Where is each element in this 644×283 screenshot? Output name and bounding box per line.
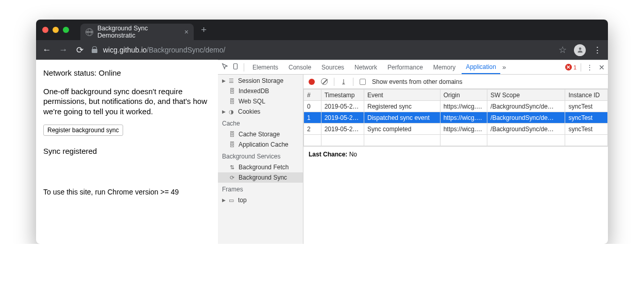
minimize-window-button[interactable] [53,27,59,33]
table-cell: 0 [304,101,321,112]
tab-performance[interactable]: Performance [383,61,427,74]
url-display[interactable]: wicg.github.io/BackgroundSync/demo/ [103,46,225,54]
table-header-row: # Timestamp Event Origin SW Scope Instan… [304,90,608,101]
tab-network[interactable]: Network [350,61,381,74]
sidebar-item-frame-top[interactable]: ▶▭top [218,195,303,205]
table-cell: Sync completed [364,123,440,135]
bookmark-button[interactable]: ☆ [558,44,567,56]
error-badge[interactable]: ✕ 1 [565,64,577,70]
browser-tab[interactable]: Background Sync Demonstratic × [80,24,194,40]
col-origin[interactable]: Origin [440,90,487,101]
table-cell: syncTest [565,123,608,135]
sidebar-group-bg-services: Background Services [218,150,303,162]
error-icon: ✕ [565,64,572,70]
event-details: Last Chance: No [303,146,608,162]
tab-title: Background Sync Demonstratic [97,25,180,39]
tab-application[interactable]: Application [462,60,500,74]
sidebar-item-background-sync[interactable]: ⟳Background Sync [218,172,303,183]
show-other-label: Show events from other domains [372,78,462,85]
sidebar-item-background-fetch[interactable]: ⇅Background Fetch [218,162,303,172]
url-path: /BackgroundSync/demo/ [147,46,226,54]
database-icon: 🗄 [228,98,235,104]
database-icon: 🗄 [228,142,235,148]
page-footer: To use this site, run Chrome version >= … [43,187,211,197]
tab-sources[interactable]: Sources [317,61,348,74]
devtools-body: ▶☰Session Storage 🗄IndexedDB 🗄Web SQL ▶◑… [218,75,608,244]
cookie-icon: ◑ [228,109,235,115]
download-button[interactable]: ⤓ [341,78,347,86]
col-event[interactable]: Event [364,90,440,101]
table-cell: /BackgroundSync/de… [487,112,565,123]
window-controls [42,27,69,33]
col-timestamp[interactable]: Timestamp [321,90,364,101]
clear-button[interactable] [321,78,328,85]
detail-value: No [349,151,357,158]
sync-result: Sync registered [43,146,211,156]
sidebar-group-cache: Cache [218,117,303,129]
titlebar: Background Sync Demonstratic × + [36,20,608,40]
devtools-tabbar: Elements Console Sources Network Perform… [218,60,608,75]
table-cell: Dispatched sync event [364,112,440,123]
close-devtools-button[interactable]: ✕ [599,63,605,72]
application-main: ⤓ Show events from other domains # Times… [303,75,608,244]
frame-icon: ▭ [228,197,235,204]
webpage: Network status: Online One-off backgroun… [36,60,218,244]
close-tab-button[interactable]: × [184,28,189,36]
table-cell: /BackgroundSync/de… [487,101,565,112]
page-description: One-off background sync doesn't require … [43,86,211,117]
sidebar-item-cookies[interactable]: ▶◑Cookies [218,107,303,117]
new-tab-button[interactable]: + [201,24,207,36]
col-swscope[interactable]: SW Scope [487,90,565,101]
database-icon: 🗄 [228,131,235,137]
table-cell: 1 [304,112,321,123]
col-index[interactable]: # [304,90,321,101]
col-instanceid[interactable]: Instance ID [565,90,608,101]
reload-button[interactable]: ⟳ [75,45,84,56]
table-cell: https://wicg.… [440,123,487,135]
register-sync-button[interactable]: Register background sync [43,125,123,136]
browser-menu-button[interactable]: ⋮ [593,45,602,56]
table-cell: https://wicg.… [440,112,487,123]
sync-icon: ⟳ [228,174,235,181]
table-cell: syncTest [565,101,608,112]
sidebar-item-websql[interactable]: 🗄Web SQL [218,96,303,107]
sidebar-item-indexeddb[interactable]: 🗄IndexedDB [218,86,303,96]
bg-sync-toolbar: ⤓ Show events from other domains [303,75,608,89]
sidebar-item-session-storage[interactable]: ▶☰Session Storage [218,76,303,86]
table-row[interactable]: 22019-05-2…Sync completedhttps://wicg.…/… [304,123,608,135]
profile-button[interactable] [574,44,586,56]
address-bar: ← → ⟳ wicg.github.io/BackgroundSync/demo… [36,40,608,60]
table-row-empty [304,135,608,146]
more-tabs-button[interactable]: » [502,63,506,71]
storage-icon: ☰ [228,78,235,84]
record-button[interactable] [309,79,315,85]
tab-elements[interactable]: Elements [248,61,282,74]
device-toggle-icon[interactable] [231,63,240,72]
close-window-button[interactable] [42,27,48,33]
table-cell: 2 [304,123,321,135]
table-cell: syncTest [565,112,608,123]
table-cell: 2019-05-2… [321,101,364,112]
tab-memory[interactable]: Memory [429,61,460,74]
sidebar-item-application-cache[interactable]: 🗄Application Cache [218,139,303,150]
back-button[interactable]: ← [42,45,52,55]
content-area: Network status: Online One-off backgroun… [36,60,608,244]
devtools-menu-button[interactable]: ⋮ [585,63,594,71]
inspect-icon[interactable] [221,63,229,72]
forward-button[interactable]: → [59,45,68,55]
devtools-panel: Elements Console Sources Network Perform… [218,60,608,244]
table-cell: Registered sync [364,101,440,112]
table-cell: https://wicg.… [440,101,487,112]
sidebar-item-cache-storage[interactable]: 🗄Cache Storage [218,129,303,139]
globe-icon [86,28,93,36]
transfer-icon: ⇅ [228,164,235,171]
show-other-checkbox[interactable] [360,79,366,85]
table-row[interactable]: 12019-05-2…Dispatched sync eventhttps://… [304,112,608,123]
application-sidebar: ▶☰Session Storage 🗄IndexedDB 🗄Web SQL ▶◑… [218,75,303,244]
events-table: # Timestamp Event Origin SW Scope Instan… [303,89,608,146]
table-row[interactable]: 02019-05-2…Registered synchttps://wicg.…… [304,101,608,112]
network-status: Network status: Online [43,68,211,78]
database-icon: 🗄 [228,88,235,94]
maximize-window-button[interactable] [63,27,69,33]
tab-console[interactable]: Console [284,61,315,74]
